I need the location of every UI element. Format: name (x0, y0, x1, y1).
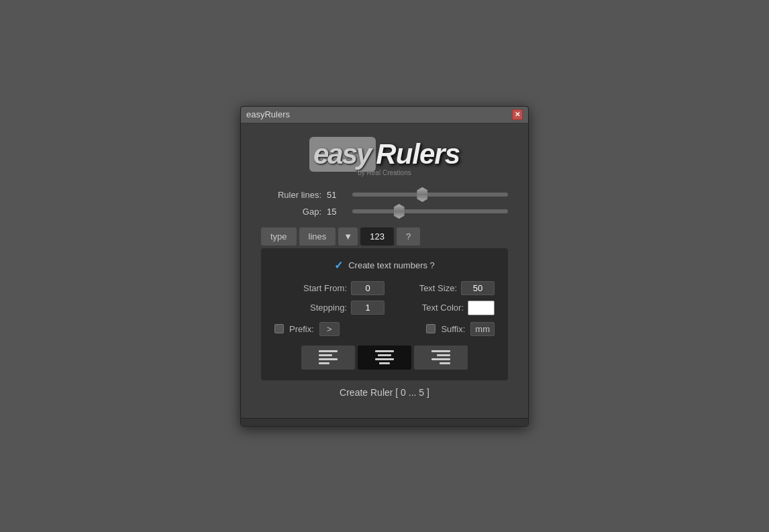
align-line (319, 358, 338, 360)
center-align-icon (375, 350, 394, 364)
logo-easy: easy (313, 138, 370, 170)
stepping-label: Stepping: (274, 303, 347, 313)
right-align-button[interactable] (414, 345, 468, 370)
center-align-button[interactable] (358, 345, 411, 370)
left-align-icon (319, 350, 338, 364)
title-bar: easyRulers ✕ (241, 107, 528, 123)
gap-value: 15 (327, 207, 347, 217)
align-line (375, 350, 394, 352)
affix-row: Prefix: > Suffix: mm (274, 322, 495, 336)
align-line (319, 362, 329, 364)
align-line (378, 354, 391, 356)
text-size-input[interactable] (461, 281, 495, 295)
create-text-checkmark[interactable]: ✓ (334, 259, 343, 272)
gap-row: Gap: 15 (261, 207, 508, 217)
align-line (440, 362, 450, 364)
suffix-label: Suffix: (441, 324, 465, 334)
suffix-value[interactable]: mm (470, 322, 495, 336)
logo-rulers: Rulers (376, 138, 460, 170)
left-align-button[interactable] (301, 345, 355, 370)
create-text-label: Create text numbers ? (348, 260, 435, 270)
form-grid: Start From: Text Size: Stepping: Text Co… (274, 281, 495, 315)
text-color-cell: Text Color: (384, 301, 495, 315)
prefix-label: Prefix: (289, 324, 314, 334)
ruler-lines-thumb[interactable] (417, 187, 427, 202)
start-from-label: Start From: (274, 283, 347, 293)
create-text-row: ✓ Create text numbers ? (274, 259, 495, 272)
stepping-cell: Stepping: (274, 301, 384, 315)
ruler-lines-row: Ruler lines: 51 (261, 190, 508, 200)
right-align-icon (431, 350, 450, 364)
align-line (379, 362, 390, 364)
tab-type[interactable]: type (261, 227, 297, 246)
ruler-lines-label: Ruler lines: (261, 190, 321, 200)
window-title: easyRulers (246, 109, 290, 119)
ruler-lines-value: 51 (327, 190, 347, 200)
gap-label: Gap: (261, 207, 321, 217)
text-color-label: Text Color: (395, 303, 464, 313)
close-button[interactable]: ✕ (512, 109, 523, 120)
align-line (375, 358, 394, 360)
ruler-lines-slider[interactable] (352, 193, 508, 197)
align-line (319, 354, 332, 356)
scrollbar[interactable] (241, 418, 528, 426)
tab-dropdown[interactable]: ▼ (338, 227, 358, 246)
align-line (431, 350, 450, 352)
logo: easy Rulers (309, 137, 460, 172)
start-from-cell: Start From: (274, 281, 384, 295)
window-content: easy Rulers by Real Creations Ruler line… (241, 123, 528, 418)
suffix-checkbox[interactable] (426, 324, 435, 333)
tab-help[interactable]: ? (397, 227, 420, 246)
align-line (319, 350, 338, 352)
gap-thumb[interactable] (394, 204, 405, 219)
start-from-input[interactable] (351, 281, 384, 295)
prefix-checkbox[interactable] (274, 324, 284, 333)
logo-sub: by Real Creations (261, 169, 508, 176)
tabs-row: type lines ▼ 123 ? (261, 227, 508, 246)
panel: ✓ Create text numbers ? Start From: Text… (261, 248, 508, 380)
stepping-input[interactable] (351, 301, 384, 315)
logo-area: easy Rulers by Real Creations (261, 137, 508, 176)
main-window: easyRulers ✕ easy Rulers by Real Creatio… (240, 106, 529, 427)
align-line (431, 358, 450, 360)
prefix-value[interactable]: > (319, 322, 340, 336)
text-color-swatch[interactable] (468, 301, 495, 315)
tab-lines[interactable]: lines (299, 227, 336, 246)
gap-slider[interactable] (352, 209, 508, 213)
align-line (437, 354, 450, 356)
text-size-cell: Text Size: (384, 281, 495, 295)
align-row (274, 345, 495, 370)
create-ruler-button[interactable]: Create Ruler [ 0 ... 5 ] (261, 380, 508, 405)
text-size-label: Text Size: (395, 283, 457, 293)
tab-123[interactable]: 123 (360, 227, 394, 246)
